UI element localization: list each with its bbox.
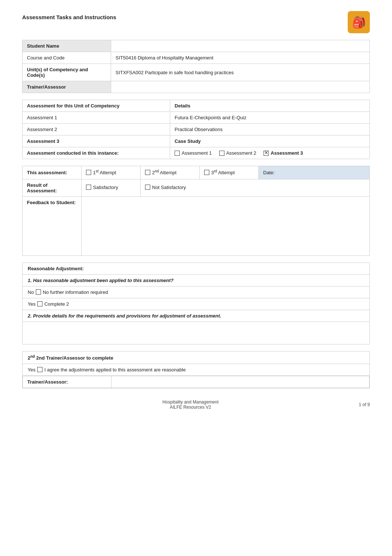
satisfactory-option: Satisfactory	[86, 185, 118, 190]
ra-no-checkbox[interactable]	[36, 289, 41, 295]
attempt-3-label: 3rd Attempt	[211, 169, 235, 175]
instance-row: Assessment conducted in this instance:As…	[23, 147, 370, 159]
attempt-3: 3rd Attempt	[204, 169, 235, 175]
instance-option-0: Assessment 1	[175, 150, 212, 156]
not-satisfactory-cell: Not Satisfactory	[141, 179, 370, 196]
footer-line2: AILFE Resources V2	[162, 405, 219, 410]
not-satisfactory-label: Not Satisfactory	[152, 185, 186, 190]
trainer2-section: 2nd 2nd Trainer/Assessor to complete Yes…	[22, 351, 370, 388]
page-footer: Hospitality and Management AILFE Resourc…	[22, 399, 370, 410]
logo-icon: 🎒	[348, 11, 370, 33]
attempt-3-checkbox[interactable]	[204, 170, 209, 175]
satisfactory-checkbox[interactable]	[86, 185, 91, 190]
trainer2-yes-checkbox[interactable]	[37, 367, 42, 372]
attempt-1-cell: 1st Attempt	[82, 166, 141, 179]
info-value-3[interactable]	[111, 81, 370, 93]
footer-page-info: 1 of 9	[359, 402, 370, 407]
instance-option-label-1: Assessment 2	[226, 150, 257, 156]
attempt-1-checkbox[interactable]	[86, 170, 91, 175]
unit-label-0: Assessment 1	[23, 112, 170, 124]
reasonable-adjustment-section: Reasonable Adjustment: 1. Has reasonable…	[22, 262, 370, 344]
ra-no: NoNo further information required	[28, 289, 108, 295]
feedback-label: Feedback to Student:	[23, 196, 82, 255]
ra-yes-prefix: Yes	[28, 301, 35, 307]
ra-yes-checkbox[interactable]	[37, 301, 42, 306]
unit-value-0: Futura E-Checkpoints and E-Quiz	[170, 112, 370, 124]
attempt-1-label: 1st Attempt	[93, 169, 116, 175]
result-label: Result of Assessment:	[23, 179, 82, 196]
trainer2-yes-prefix: Yes	[28, 367, 35, 373]
instance-option-label-0: Assessment 1	[182, 150, 212, 156]
unit-value-1: Practical Observations	[170, 124, 370, 135]
assessment-result-table: This assessment: 1st Attempt 2nd Attempt…	[22, 166, 370, 256]
date-label: Date:	[263, 170, 275, 175]
not-satisfactory-option: Not Satisfactory	[145, 185, 186, 190]
trainer-assessor-row: Trainer/Assessor:	[23, 376, 369, 388]
info-row-2: Unit(s) of Competency and Code(s)SITXFSA…	[23, 64, 370, 81]
this-assessment-label: This assessment:	[23, 166, 82, 179]
attempt-2-label: 2nd Attempt	[152, 169, 176, 175]
instance-option-1: Assessment 2	[219, 150, 257, 156]
instance-checkbox-0[interactable]	[175, 151, 180, 156]
trainer2-header: 2nd 2nd Trainer/Assessor to complete	[23, 351, 369, 364]
unit-table: Assessment for this Unit of CompetencyDe…	[22, 100, 370, 159]
attempt-2: 2nd Attempt	[145, 169, 176, 175]
info-label-3: Trainer/Assessor	[23, 81, 111, 93]
instance-option-2: Assessment 3	[264, 150, 303, 156]
instance-checkbox-2[interactable]	[264, 151, 269, 156]
info-value-2: SITXFSA002 Participate in safe food hand…	[111, 64, 370, 81]
trainer-assessor-label: Trainer/Assessor:	[23, 376, 111, 388]
page-header: Assessment Tasks and Instructions 🎒	[22, 11, 370, 33]
info-label-0: Student Name	[23, 40, 111, 52]
satisfactory-cell: Satisfactory	[82, 179, 141, 196]
info-row-3: Trainer/Assessor	[23, 81, 370, 93]
trainer2-yes-row: YesI agree the adjustments applied to th…	[23, 364, 369, 376]
ra-empty-space	[23, 322, 369, 344]
this-assessment-row: This assessment: 1st Attempt 2nd Attempt…	[23, 166, 370, 179]
not-satisfactory-checkbox[interactable]	[145, 185, 150, 190]
unit-value-2: Case Study	[170, 135, 370, 147]
instance-label: Assessment conducted in this instance:	[23, 147, 170, 159]
unit-col2-header: Details	[170, 100, 370, 112]
logo-emoji: 🎒	[352, 16, 366, 29]
footer-line1: Hospitality and Management	[162, 399, 219, 405]
info-value-1: SIT50416 Diploma of Hospitality Manageme…	[111, 52, 370, 64]
info-label-1: Course and Code	[23, 52, 111, 64]
unit-row-2: Assessment 3Case Study	[23, 135, 370, 147]
info-row-0: Student Name	[23, 40, 370, 52]
info-value-0[interactable]	[111, 40, 370, 52]
unit-label-1: Assessment 2	[23, 124, 170, 135]
trainer2-header-text: 2nd 2nd Trainer/Assessor to complete	[28, 355, 113, 361]
instance-option-label-2: Assessment 3	[271, 150, 303, 156]
trainer2-yes: YesI agree the adjustments applied to th…	[28, 367, 186, 373]
info-row-1: Course and CodeSIT50416 Diploma of Hospi…	[23, 52, 370, 64]
unit-header-row: Assessment for this Unit of CompetencyDe…	[23, 100, 370, 112]
ra-no-prefix: No	[28, 289, 34, 295]
unit-row-1: Assessment 2Practical Observations	[23, 124, 370, 135]
ra-q1: 1. Has reasonable adjustment been applie…	[23, 275, 369, 286]
ra-header: Reasonable Adjustment:	[23, 263, 369, 275]
unit-col1-header: Assessment for this Unit of Competency	[23, 100, 170, 112]
unit-row-0: Assessment 1Futura E-Checkpoints and E-Q…	[23, 112, 370, 124]
attempt-1: 1st Attempt	[86, 169, 116, 175]
info-label-2: Unit(s) of Competency and Code(s)	[23, 64, 111, 81]
feedback-content[interactable]	[82, 196, 370, 255]
instance-checkbox-1[interactable]	[219, 151, 224, 156]
feedback-row: Feedback to Student:	[23, 196, 370, 255]
attempt-2-checkbox[interactable]	[145, 170, 150, 175]
page-title: Assessment Tasks and Instructions	[22, 14, 116, 20]
ra-yes: YesComplete 2	[28, 301, 69, 307]
trainer-assessor-table: Trainer/Assessor:	[23, 376, 369, 388]
footer-center: Hospitality and Management AILFE Resourc…	[162, 399, 219, 410]
ra-no-option: NoNo further information required	[23, 286, 369, 298]
attempt-3-cell: 3rd Attempt	[200, 166, 259, 179]
ra-no-label: No further information required	[43, 289, 108, 295]
trainer-assessor-value[interactable]	[111, 376, 369, 388]
info-table: Student NameCourse and CodeSIT50416 Dipl…	[22, 40, 370, 93]
ra-yes-label: Complete 2	[44, 301, 69, 307]
ra-q2: 2. Provide details for the requirements …	[23, 310, 369, 322]
attempt-2-cell: 2nd Attempt	[141, 166, 200, 179]
trainer2-yes-label: I agree the adjustments applied to this …	[44, 367, 186, 373]
date-cell: Date:	[259, 166, 370, 179]
ra-yes-option: YesComplete 2	[23, 298, 369, 310]
